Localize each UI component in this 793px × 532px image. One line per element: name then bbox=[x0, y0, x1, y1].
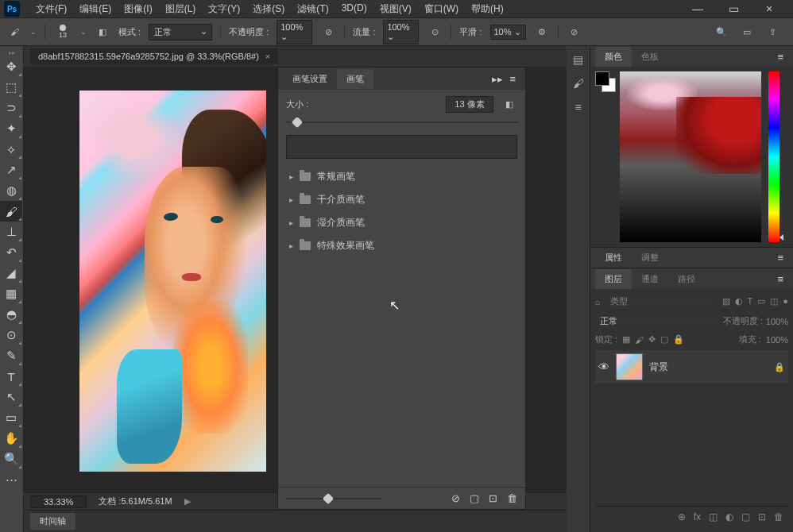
menu-item[interactable]: 滤镜(T) bbox=[291, 2, 335, 16]
menu-item[interactable]: 文件(F) bbox=[29, 2, 73, 16]
workspace-icon[interactable]: ▭ bbox=[739, 24, 755, 40]
smooth-input[interactable]: 10% ⌄ bbox=[490, 25, 526, 40]
lock-pixels-icon[interactable]: ▦ bbox=[622, 334, 630, 345]
maximize-button[interactable]: ▭ bbox=[721, 2, 745, 15]
filter-adj-icon[interactable]: ◐ bbox=[735, 296, 743, 306]
brush-folder[interactable]: ▸干介质画笔 bbox=[286, 188, 517, 211]
menu-item[interactable]: 3D(D) bbox=[335, 2, 373, 16]
brush-folder[interactable]: ▸特殊效果画笔 bbox=[286, 234, 517, 257]
menu-item[interactable]: 编辑(E) bbox=[73, 2, 118, 16]
pen-tool[interactable]: ✎ bbox=[0, 345, 22, 366]
filter-smart-icon[interactable]: ◫ bbox=[770, 296, 778, 306]
fg-color[interactable] bbox=[595, 71, 609, 86]
stamp-tool[interactable]: ⊥ bbox=[0, 222, 22, 242]
layer-item[interactable]: 👁 背景 🔒 bbox=[595, 350, 788, 384]
brush-folder[interactable]: ▸常规画笔 bbox=[286, 165, 517, 188]
filter-toggle-icon[interactable]: ● bbox=[783, 296, 788, 306]
pressure-opacity-icon[interactable]: ⊘ bbox=[320, 24, 336, 40]
history-icon[interactable]: ▤ bbox=[570, 51, 587, 68]
tab-paths[interactable]: 路径 bbox=[668, 269, 705, 289]
fx-icon[interactable]: fx bbox=[694, 511, 701, 522]
menu-item[interactable]: 窗口(W) bbox=[418, 2, 465, 16]
tab-layers[interactable]: 图层 bbox=[595, 269, 632, 289]
layer-thumbnail[interactable] bbox=[616, 353, 643, 380]
brush-folder[interactable]: ▸湿介质画笔 bbox=[286, 211, 517, 234]
tab-adjustments[interactable]: 调整 bbox=[632, 248, 668, 268]
doc-tab[interactable]: d8abf157882315.59e76a9285752.jpg @ 33.3%… bbox=[30, 48, 278, 64]
opacity-input[interactable]: 100% ⌄ bbox=[277, 20, 312, 44]
folder-icon[interactable]: ▢ bbox=[741, 511, 750, 522]
chevron-down-icon[interactable]: ⌄ bbox=[30, 28, 37, 36]
zoom-level[interactable]: 33.33% bbox=[30, 495, 87, 508]
tab-properties[interactable]: 属性 bbox=[595, 248, 632, 268]
hand-tool[interactable]: ✋ bbox=[0, 428, 22, 449]
preview-icon[interactable]: ⊘ bbox=[451, 492, 460, 504]
move-tool[interactable]: ✥ bbox=[0, 56, 22, 77]
size-slider[interactable] bbox=[286, 118, 517, 127]
close-icon[interactable]: × bbox=[265, 52, 270, 61]
lock-move-icon[interactable]: ✥ bbox=[648, 334, 656, 345]
mask-icon[interactable]: ◫ bbox=[709, 511, 718, 522]
dodge-tool[interactable]: ⊙ bbox=[0, 325, 22, 345]
menu-item[interactable]: 文字(Y) bbox=[202, 2, 246, 16]
lock-artboard-icon[interactable]: ▢ bbox=[660, 334, 668, 345]
lock-all-icon[interactable]: 🔒 bbox=[673, 334, 684, 345]
text-tool[interactable]: T bbox=[0, 366, 22, 387]
layer-filter-select[interactable]: 类型 bbox=[605, 294, 718, 309]
size-input[interactable]: 13 像素 bbox=[446, 96, 493, 113]
panel-menu-icon[interactable]: ≡ bbox=[772, 51, 788, 63]
fg-bg-swatch[interactable] bbox=[595, 71, 616, 92]
color-picker[interactable] bbox=[620, 71, 761, 242]
healing-tool[interactable]: ◍ bbox=[0, 180, 22, 201]
zoom-tool[interactable]: 🔍 bbox=[0, 449, 22, 469]
brush-preview[interactable]: 13 bbox=[53, 22, 72, 41]
gradient-tool[interactable]: ▦ bbox=[0, 283, 22, 304]
menu-item[interactable]: 图层(L) bbox=[159, 2, 203, 16]
thumbnail-size-slider[interactable] bbox=[286, 494, 381, 503]
shape-tool[interactable]: ▭ bbox=[0, 407, 22, 428]
hue-slider[interactable] bbox=[768, 71, 779, 242]
fill-value[interactable]: 100% bbox=[766, 335, 788, 345]
filter-shape-icon[interactable]: ▭ bbox=[757, 296, 765, 306]
layer-blend-select[interactable]: 正常 bbox=[595, 314, 718, 329]
menu-item[interactable]: 帮助(H) bbox=[465, 2, 510, 16]
airbrush-icon[interactable]: ⊙ bbox=[427, 24, 443, 40]
tab-brush-settings[interactable]: 画笔设置 bbox=[283, 69, 337, 89]
menu-item[interactable]: 图像(I) bbox=[118, 2, 158, 16]
menu-item[interactable]: 选择(S) bbox=[246, 2, 291, 16]
blend-mode-select[interactable]: 正常 bbox=[149, 24, 212, 40]
lasso-tool[interactable]: ⊃ bbox=[0, 98, 22, 118]
tab-swatches[interactable]: 色板 bbox=[632, 47, 668, 67]
status-arrow-icon[interactable]: ▶ bbox=[184, 496, 191, 507]
tool-preset-icon[interactable]: 🖌 bbox=[6, 24, 22, 40]
timeline-tab[interactable]: 时间轴 bbox=[30, 513, 75, 530]
search-icon[interactable]: 🔍 bbox=[714, 24, 729, 40]
toolbar-handle[interactable]: ▸▸ bbox=[0, 48, 23, 56]
panel-menu-icon[interactable]: ≡ bbox=[772, 252, 788, 264]
eyedropper-tool[interactable]: ↗ bbox=[0, 160, 22, 180]
brush-tool[interactable]: 🖌 bbox=[0, 201, 22, 222]
options-icon[interactable]: ≡ bbox=[570, 98, 587, 116]
share-icon[interactable]: ⇪ bbox=[764, 24, 780, 40]
tab-channels[interactable]: 通道 bbox=[632, 269, 668, 289]
panel-menu-icon[interactable]: ≡ bbox=[509, 73, 516, 85]
brush-preset-icon[interactable]: 🖌 bbox=[570, 75, 587, 92]
tab-brushes[interactable]: 画笔 bbox=[337, 69, 373, 89]
tab-color[interactable]: 颜色 bbox=[595, 47, 632, 67]
lock-paint-icon[interactable]: 🖌 bbox=[635, 335, 644, 345]
brush-settings-icon[interactable]: ◧ bbox=[95, 24, 110, 40]
new-layer-icon[interactable]: ⊡ bbox=[758, 511, 766, 522]
collapse-icon[interactable]: ▸▸ bbox=[492, 73, 503, 85]
layer-name-label[interactable]: 背景 bbox=[649, 360, 668, 374]
panel-menu-icon[interactable]: ≡ bbox=[772, 273, 788, 285]
new-icon[interactable]: ⊡ bbox=[489, 492, 497, 504]
folder-icon[interactable]: ▢ bbox=[470, 492, 479, 504]
crop-tool[interactable]: ⟡ bbox=[0, 139, 22, 160]
close-button[interactable]: × bbox=[757, 2, 781, 15]
history-brush-tool[interactable]: ↶ bbox=[0, 242, 22, 263]
symmetry-icon[interactable]: ⊘ bbox=[567, 24, 582, 40]
filter-text-icon[interactable]: T bbox=[748, 296, 753, 306]
eraser-tool[interactable]: ◢ bbox=[0, 263, 22, 283]
adjustment-icon[interactable]: ◐ bbox=[725, 511, 733, 522]
filter-img-icon[interactable]: ▧ bbox=[722, 296, 730, 306]
